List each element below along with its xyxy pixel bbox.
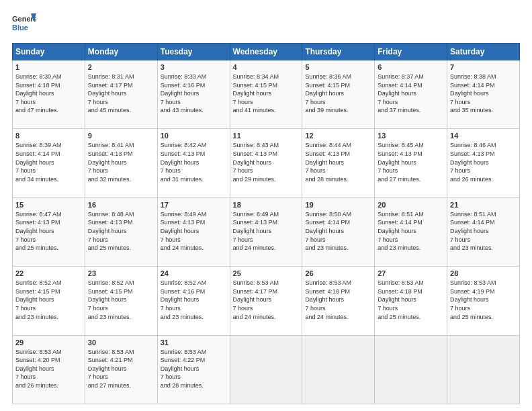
day-number: 26	[305, 269, 371, 277]
calendar-cell: 17Sunrise: 8:49 AMSunset: 4:13 PMDayligh…	[157, 197, 230, 266]
day-info: Sunrise: 8:33 AMSunset: 4:16 PMDaylight …	[161, 73, 207, 113]
day-number: 1	[15, 63, 82, 71]
calendar-cell: 27Sunrise: 8:53 AMSunset: 4:18 PMDayligh…	[375, 267, 447, 335]
day-number: 11	[233, 132, 300, 140]
day-number: 8	[15, 132, 82, 140]
day-number: 7	[450, 63, 517, 71]
calendar-cell: 23Sunrise: 8:52 AMSunset: 4:15 PMDayligh…	[85, 267, 157, 335]
day-number: 30	[88, 338, 154, 347]
calendar-cell: 7Sunrise: 8:38 AMSunset: 4:14 PMDaylight…	[447, 60, 520, 129]
day-info: Sunrise: 8:31 AMSunset: 4:17 PMDaylight …	[88, 73, 134, 113]
day-number: 3	[161, 63, 227, 71]
day-number: 22	[15, 269, 82, 277]
calendar-cell: 26Sunrise: 8:53 AMSunset: 4:18 PMDayligh…	[302, 267, 375, 335]
day-info: Sunrise: 8:49 AMSunset: 4:13 PMDaylight …	[233, 211, 279, 251]
day-number: 17	[161, 201, 227, 209]
day-info: Sunrise: 8:53 AMSunset: 4:22 PMDaylight …	[161, 349, 207, 389]
calendar-cell: 11Sunrise: 8:43 AMSunset: 4:13 PMDayligh…	[230, 129, 302, 197]
day-number: 23	[88, 269, 154, 277]
day-number: 24	[161, 269, 227, 277]
calendar-cell: 29Sunrise: 8:53 AMSunset: 4:20 PMDayligh…	[13, 335, 85, 404]
day-info: Sunrise: 8:52 AMSunset: 4:15 PMDaylight …	[15, 279, 62, 320]
day-info: Sunrise: 8:53 AMSunset: 4:18 PMDaylight …	[378, 279, 424, 320]
day-info: Sunrise: 8:48 AMSunset: 4:13 PMDaylight …	[88, 211, 134, 251]
calendar-cell: 10Sunrise: 8:42 AMSunset: 4:13 PMDayligh…	[157, 129, 230, 197]
calendar-cell: 9Sunrise: 8:41 AMSunset: 4:13 PMDaylight…	[85, 129, 157, 197]
day-info: Sunrise: 8:41 AMSunset: 4:13 PMDaylight …	[88, 142, 134, 182]
day-number: 27	[378, 269, 444, 277]
day-number: 16	[88, 201, 154, 209]
calendar-cell: 12Sunrise: 8:44 AMSunset: 4:13 PMDayligh…	[302, 129, 375, 197]
svg-text:Blue: Blue	[12, 24, 28, 32]
day-info: Sunrise: 8:53 AMSunset: 4:18 PMDaylight …	[305, 279, 351, 320]
day-number: 12	[305, 132, 371, 140]
day-number: 13	[378, 132, 444, 140]
calendar-cell: 3Sunrise: 8:33 AMSunset: 4:16 PMDaylight…	[157, 60, 230, 129]
calendar-cell: 16Sunrise: 8:48 AMSunset: 4:13 PMDayligh…	[85, 197, 157, 266]
day-info: Sunrise: 8:34 AMSunset: 4:15 PMDaylight …	[233, 73, 279, 113]
calendar-table: SundayMondayTuesdayWednesdayThursdayFrid…	[12, 43, 520, 404]
day-number: 31	[161, 338, 227, 347]
calendar-cell	[447, 335, 520, 404]
day-number: 19	[305, 201, 371, 209]
day-info: Sunrise: 8:53 AMSunset: 4:19 PMDaylight …	[450, 279, 496, 320]
calendar-cell: 21Sunrise: 8:51 AMSunset: 4:14 PMDayligh…	[447, 197, 520, 266]
calendar-cell: 6Sunrise: 8:37 AMSunset: 4:14 PMDaylight…	[375, 60, 447, 129]
calendar-cell	[302, 335, 375, 404]
day-info: Sunrise: 8:46 AMSunset: 4:13 PMDaylight …	[450, 142, 496, 182]
day-number: 9	[88, 132, 154, 140]
calendar-cell	[230, 335, 302, 404]
calendar-cell: 20Sunrise: 8:51 AMSunset: 4:14 PMDayligh…	[375, 197, 447, 266]
day-info: Sunrise: 8:52 AMSunset: 4:15 PMDaylight …	[88, 279, 134, 320]
calendar-cell: 5Sunrise: 8:36 AMSunset: 4:15 PMDaylight…	[302, 60, 375, 129]
day-info: Sunrise: 8:44 AMSunset: 4:13 PMDaylight …	[305, 142, 351, 182]
col-header-saturday: Saturday	[447, 44, 520, 60]
day-info: Sunrise: 8:38 AMSunset: 4:14 PMDaylight …	[450, 73, 496, 113]
day-info: Sunrise: 8:47 AMSunset: 4:13 PMDaylight …	[15, 211, 62, 251]
calendar-cell: 1Sunrise: 8:30 AMSunset: 4:18 PMDaylight…	[13, 60, 85, 129]
day-number: 10	[161, 132, 227, 140]
day-info: Sunrise: 8:36 AMSunset: 4:15 PMDaylight …	[305, 73, 351, 113]
day-info: Sunrise: 8:37 AMSunset: 4:14 PMDaylight …	[378, 73, 424, 113]
day-info: Sunrise: 8:42 AMSunset: 4:13 PMDaylight …	[161, 142, 207, 182]
calendar-cell: 18Sunrise: 8:49 AMSunset: 4:13 PMDayligh…	[230, 197, 302, 266]
calendar-cell: 28Sunrise: 8:53 AMSunset: 4:19 PMDayligh…	[447, 267, 520, 335]
day-number: 18	[233, 201, 300, 209]
col-header-friday: Friday	[375, 44, 447, 60]
day-info: Sunrise: 8:50 AMSunset: 4:14 PMDaylight …	[305, 211, 351, 251]
header: General Blue	[12, 12, 520, 36]
day-info: Sunrise: 8:43 AMSunset: 4:13 PMDaylight …	[233, 142, 279, 182]
day-info: Sunrise: 8:30 AMSunset: 4:18 PMDaylight …	[15, 73, 62, 113]
calendar-cell: 31Sunrise: 8:53 AMSunset: 4:22 PMDayligh…	[157, 335, 230, 404]
calendar-cell: 22Sunrise: 8:52 AMSunset: 4:15 PMDayligh…	[13, 267, 85, 335]
day-info: Sunrise: 8:53 AMSunset: 4:20 PMDaylight …	[15, 349, 62, 389]
day-number: 15	[15, 201, 82, 209]
day-number: 14	[450, 132, 517, 140]
calendar-cell: 30Sunrise: 8:53 AMSunset: 4:21 PMDayligh…	[85, 335, 157, 404]
calendar-cell: 14Sunrise: 8:46 AMSunset: 4:13 PMDayligh…	[447, 129, 520, 197]
day-number: 29	[15, 338, 82, 347]
calendar-cell	[375, 335, 447, 404]
col-header-tuesday: Tuesday	[157, 44, 230, 60]
day-number: 21	[450, 201, 517, 209]
day-info: Sunrise: 8:51 AMSunset: 4:14 PMDaylight …	[450, 211, 496, 251]
day-info: Sunrise: 8:51 AMSunset: 4:14 PMDaylight …	[378, 211, 424, 251]
calendar-cell: 2Sunrise: 8:31 AMSunset: 4:17 PMDaylight…	[85, 60, 157, 129]
day-info: Sunrise: 8:52 AMSunset: 4:16 PMDaylight …	[161, 279, 207, 320]
day-info: Sunrise: 8:53 AMSunset: 4:21 PMDaylight …	[88, 349, 134, 389]
day-number: 4	[233, 63, 300, 71]
day-number: 5	[305, 63, 371, 71]
day-number: 6	[378, 63, 444, 71]
day-number: 20	[378, 201, 444, 209]
day-number: 25	[233, 269, 300, 277]
logo: General Blue	[12, 12, 36, 36]
day-number: 2	[88, 63, 154, 71]
calendar-cell: 19Sunrise: 8:50 AMSunset: 4:14 PMDayligh…	[302, 197, 375, 266]
day-info: Sunrise: 8:39 AMSunset: 4:14 PMDaylight …	[15, 142, 62, 182]
day-info: Sunrise: 8:49 AMSunset: 4:13 PMDaylight …	[161, 211, 207, 251]
calendar-cell: 24Sunrise: 8:52 AMSunset: 4:16 PMDayligh…	[157, 267, 230, 335]
col-header-thursday: Thursday	[302, 44, 375, 60]
col-header-wednesday: Wednesday	[230, 44, 302, 60]
day-number: 28	[450, 269, 517, 277]
calendar-cell: 13Sunrise: 8:45 AMSunset: 4:13 PMDayligh…	[375, 129, 447, 197]
